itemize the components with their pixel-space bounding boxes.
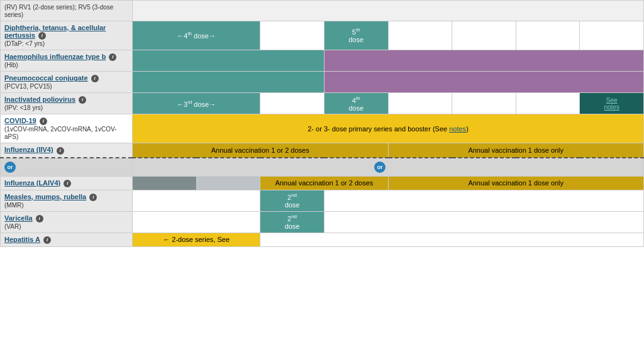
vaccine-cell-laiv4: Influenza (LAIV4) i	[1, 176, 133, 190]
ipv-col4: 4thdose	[324, 93, 388, 114]
laiv4-center-text: Annual vaccination 1 or 2 doses	[275, 179, 373, 187]
dtap-col4: 5thdose	[324, 21, 388, 50]
mmr-sub: (MMR)	[4, 202, 24, 209]
ipv-see-notes[interactable]: Seenotes	[604, 97, 619, 111]
ipv-col3	[260, 93, 325, 114]
var-info-icon[interactable]: i	[36, 215, 43, 222]
row-or-influenza: or or	[1, 158, 644, 177]
iiv4-right-text: Annual vaccination 1 dose only	[468, 146, 564, 154]
hepa-col1: ← 2-dose series, See	[133, 233, 260, 246]
row-covid: COVID-19 i (1vCOV-mRNA, 2vCOV-mRNA, 1vCO…	[1, 114, 644, 143]
var-col1	[133, 211, 260, 233]
laiv4-center: Annual vaccination 1 or 2 doses	[260, 176, 388, 190]
dtap-link[interactable]: Diphtheria, tetanus, & acellular pertuss…	[4, 24, 106, 39]
dtap-col5	[388, 21, 452, 50]
hib-info-icon[interactable]: i	[109, 53, 116, 61]
mmr-2nd-dose: 2nddose	[285, 194, 300, 209]
var-2nd: 2nddose	[260, 211, 325, 233]
hib-sub: (Hib)	[4, 62, 18, 69]
var-2nd-dose: 2nddose	[285, 215, 300, 230]
var-sub: (VAR)	[4, 223, 21, 230]
dtap-col6	[452, 21, 516, 50]
row-hib: Haemophilus influenzae type b i (Hib)	[1, 50, 644, 72]
hib-teal	[133, 50, 325, 72]
row-mmr: Measles, mumps, rubella i (MMR) 2nddose	[1, 190, 644, 211]
row-laiv4: Influenza (LAIV4) i Annual vaccination 1…	[1, 176, 644, 190]
covid-sub: (1vCOV-mRNA, 2vCOV-mRNA, 1vCOV-aPS)	[4, 126, 116, 140]
dtap-col7	[516, 21, 580, 50]
dtap-arrow4: ←4th dose→	[177, 32, 216, 40]
dtap-col8	[580, 21, 644, 50]
laiv4-col2	[196, 176, 260, 190]
ipv-sub: (IPV: <18 yrs)	[4, 104, 43, 111]
vaccine-cell-rv: (RV) RV1 (2-dose series); RV5 (3-dose se…	[1, 1, 133, 21]
rv-schedule	[133, 1, 644, 21]
iiv4-left: Annual vaccination 1 or 2 doses	[133, 143, 389, 158]
pcv-sub: (PCV13, PCV15)	[4, 83, 52, 90]
vaccine-cell-pcv: Pneumococcal conjugate i (PCV13, PCV15)	[1, 72, 133, 93]
mmr-2nd: 2nddose	[260, 190, 325, 211]
vaccine-cell-iiv4: Influenza (IIV4) i	[1, 143, 133, 158]
dtap-sub: (DTaP: <7 yrs)	[4, 40, 45, 47]
var-link[interactable]: Varicella	[4, 214, 33, 222]
dtap-5th: 5thdose	[348, 28, 364, 43]
row-dtap: Diphtheria, tetanus, & acellular pertuss…	[1, 21, 644, 50]
dtap-col1: ←4th dose→	[133, 21, 260, 50]
hepa-info-icon[interactable]: i	[43, 236, 51, 244]
hepa-col2	[260, 233, 644, 246]
covid-schedule: 2- or 3- dose primary series and booster…	[133, 114, 644, 143]
iiv4-info-icon[interactable]: i	[57, 147, 64, 155]
pcv-teal	[133, 72, 325, 93]
or-badge: or	[4, 162, 16, 173]
or-badge-right: or	[374, 162, 386, 173]
laiv4-info-icon[interactable]: i	[64, 180, 71, 187]
row-iiv4: Influenza (IIV4) i Annual vaccination 1 …	[1, 143, 644, 158]
mmr-info-icon[interactable]: i	[89, 194, 97, 201]
mmr-col3	[324, 190, 643, 211]
vaccination-schedule-table: (RV) RV1 (2-dose series); RV5 (3-dose se…	[0, 0, 644, 247]
vaccine-cell-hib: Haemophilus influenzae type b i (Hib)	[1, 50, 133, 72]
covid-link[interactable]: COVID-19	[4, 117, 36, 124]
vaccine-cell-mmr: Measles, mumps, rubella i (MMR)	[1, 190, 133, 211]
pcv-info-icon[interactable]: i	[91, 75, 99, 82]
ipv-col5	[388, 93, 452, 114]
pcv-link[interactable]: Pneumococcal conjugate	[4, 74, 88, 82]
pcv-purple	[324, 72, 643, 93]
ipv-4th: 4thdose	[348, 97, 364, 112]
vaccine-cell-hepa: Hepatitis A i	[1, 233, 133, 246]
hib-link[interactable]: Haemophilus influenzae type b	[4, 53, 106, 60]
ipv-link[interactable]: Inactivated poliovirus	[4, 96, 75, 103]
ipv-col7	[516, 93, 580, 114]
row-ipv: Inactivated poliovirus i (IPV: <18 yrs) …	[1, 93, 644, 114]
or-row-cells: or	[133, 158, 644, 177]
covid-notes-link[interactable]: notes	[449, 125, 466, 133]
vaccine-cell-ipv: Inactivated poliovirus i (IPV: <18 yrs)	[1, 93, 133, 114]
dtap-col3	[260, 21, 325, 50]
laiv4-link[interactable]: Influenza (LAIV4)	[4, 179, 60, 187]
or-separator: or	[1, 158, 133, 177]
hepa-link[interactable]: Hepatitis A	[4, 236, 40, 243]
row-hepa: Hepatitis A i ← 2-dose series, See	[1, 233, 644, 246]
var-col3	[324, 211, 643, 233]
covid-info-icon[interactable]: i	[40, 118, 47, 125]
hib-purple	[324, 50, 643, 72]
row-pcv: Pneumococcal conjugate i (PCV13, PCV15)	[1, 72, 644, 93]
iiv4-link[interactable]: Influenza (IIV4)	[4, 146, 53, 153]
vaccine-cell-dtap: Diphtheria, tetanus, & acellular pertuss…	[1, 21, 133, 50]
mmr-col1	[133, 190, 260, 211]
row-rv: (RV) RV1 (2-dose series); RV5 (3-dose se…	[1, 1, 644, 21]
laiv4-right-text: Annual vaccination 1 dose only	[468, 179, 564, 187]
ipv-col8: Seenotes	[580, 93, 644, 114]
vaccine-name-rv: (RV) RV1 (2-dose series); RV5 (3-dose se…	[4, 4, 113, 18]
ipv-col1: ←3rd dose→	[133, 93, 260, 114]
iiv4-right: Annual vaccination 1 dose only	[388, 143, 644, 158]
laiv4-right: Annual vaccination 1 dose only	[388, 176, 644, 190]
laiv4-col1	[133, 176, 197, 190]
hepa-2dose-text: ← 2-dose series, See	[163, 236, 230, 243]
ipv-col6	[452, 93, 516, 114]
iiv4-left-text: Annual vaccination 1 or 2 doses	[211, 146, 309, 154]
vaccine-cell-covid: COVID-19 i (1vCOV-mRNA, 2vCOV-mRNA, 1vCO…	[1, 114, 133, 143]
ipv-info-icon[interactable]: i	[79, 96, 86, 104]
dtap-info-icon[interactable]: i	[38, 32, 46, 40]
mmr-link[interactable]: Measles, mumps, rubella	[4, 193, 86, 200]
